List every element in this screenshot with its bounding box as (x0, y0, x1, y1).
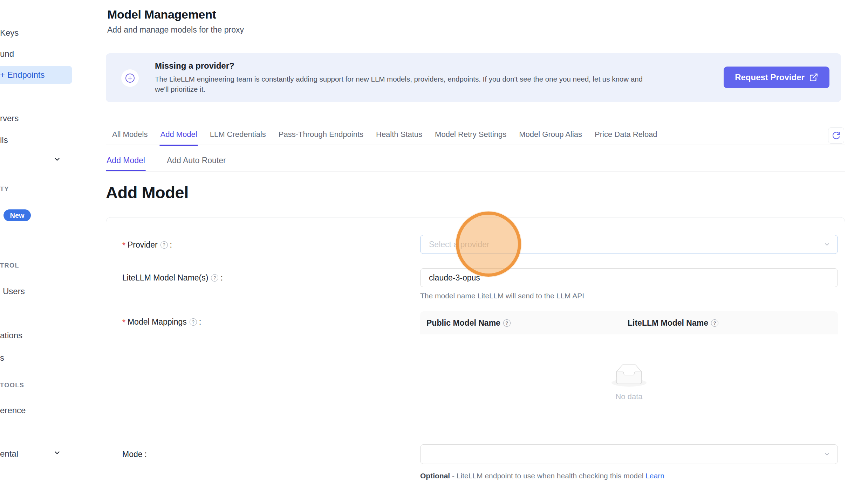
sidebar-item-endpoints-active[interactable]: + Endpoints (0, 66, 72, 84)
model-tabs: All Models Add Model LLM Credentials Pas… (106, 125, 845, 145)
chevron-down-icon[interactable] (53, 449, 61, 457)
tab-model-retry-settings[interactable]: Model Retry Settings (434, 124, 507, 145)
mappings-empty-state: No data (420, 334, 838, 431)
refresh-icon (832, 131, 840, 140)
help-icon[interactable]: ? (503, 319, 511, 327)
tab-pass-through-endpoints[interactable]: Pass-Through Endpoints (278, 124, 364, 145)
help-icon[interactable]: ? (190, 318, 197, 326)
sidebar-section-access-control: TROL (0, 262, 19, 269)
sidebar-section-observability: TY (0, 186, 9, 193)
page-subtitle: Add and manage models for the proxy (107, 25, 244, 35)
help-icon[interactable]: ? (711, 319, 718, 327)
mode-select[interactable] (420, 444, 838, 464)
subtab-add-auto-router[interactable]: Add Auto Router (166, 153, 227, 171)
no-data-text: No data (615, 392, 642, 401)
column-litellm-model-name-text: LiteLLM Model Name (628, 318, 708, 328)
banner-body-line1: The LiteLLM engineering team is constant… (155, 75, 643, 83)
add-model-heading: Add Model (106, 183, 189, 202)
external-link-icon (809, 73, 818, 82)
mode-label: Mode : (122, 444, 147, 464)
required-asterisk: * (122, 241, 125, 250)
tab-add-model[interactable]: Add Model (159, 124, 198, 145)
model-mappings-table: Public Model Name ? LiteLLM Model Name ? (420, 311, 838, 431)
new-badge: New (4, 209, 31, 221)
refresh-button[interactable] (828, 127, 844, 144)
mappings-table-header: Public Model Name ? LiteLLM Model Name ? (420, 311, 838, 334)
provider-select[interactable]: Select a provider (420, 235, 838, 254)
help-icon[interactable]: ? (160, 241, 168, 249)
litellm-name-value: claude-3-opus (421, 273, 480, 283)
provider-label: * Provider ? : (122, 236, 172, 254)
page: Keys und + Endpoints rvers ils TY New TR… (0, 0, 868, 485)
chevron-down-icon (823, 241, 831, 248)
mode-help: Optional - LiteLLM endpoint to use when … (420, 472, 664, 480)
colon: : (170, 240, 172, 250)
mode-help-text: - LiteLLM endpoint to use when health ch… (450, 472, 645, 480)
provider-placeholder: Select a provider (421, 240, 490, 249)
mode-label-text: Mode (122, 450, 143, 459)
provider-label-text: Provider (128, 240, 158, 250)
tab-all-models[interactable]: All Models (111, 124, 148, 145)
chevron-down-icon (823, 451, 831, 458)
help-icon[interactable]: ? (211, 274, 218, 282)
tab-llm-credentials[interactable]: LLM Credentials (209, 124, 267, 145)
sidebar-item-playground[interactable]: und (0, 49, 14, 59)
column-public-model-name-text: Public Model Name (426, 318, 500, 328)
subtab-add-model[interactable]: Add Model (106, 153, 146, 171)
litellm-name-label: LiteLLM Model Name(s) ? : (122, 269, 223, 287)
sidebar-item-teams[interactable]: s (0, 353, 4, 363)
column-litellm-model-name: LiteLLM Model Name ? (612, 318, 838, 328)
sidebar-item-endpoints-label: + Endpoints (0, 70, 45, 80)
model-mappings-label: * Model Mappings ? : (122, 312, 201, 332)
mode-help-optional: Optional (420, 472, 450, 480)
sidebar-item-servers[interactable]: rvers (0, 113, 19, 123)
empty-box-icon (611, 364, 647, 387)
colon: : (199, 317, 201, 327)
sidebar-item-inference[interactable]: erence (0, 406, 26, 415)
litellm-name-label-text: LiteLLM Model Name(s) (122, 273, 208, 283)
missing-provider-banner: Missing a provider? The LiteLLM engineer… (106, 53, 841, 102)
banner-title: Missing a provider? (155, 61, 234, 71)
required-asterisk: * (122, 318, 125, 327)
tab-price-data-reload[interactable]: Price Data Reload (594, 124, 658, 145)
add-model-subtabs: Add Model Add Auto Router (106, 153, 845, 172)
tab-model-group-alias[interactable]: Model Group Alias (518, 124, 583, 145)
litellm-name-input[interactable]: claude-3-opus (420, 268, 838, 287)
sidebar-item-organizations[interactable]: ations (0, 331, 22, 340)
plus-circle-icon (121, 69, 139, 87)
add-model-form-card: * Provider ? : Select a provider LiteLLM… (106, 217, 845, 485)
sidebar-item-experimental[interactable]: ental (0, 449, 18, 459)
model-mappings-label-text: Model Mappings (128, 317, 187, 327)
column-public-model-name: Public Model Name ? (420, 318, 612, 328)
banner-body-line2: we'll prioritize it. (155, 85, 205, 93)
sidebar-item-keys[interactable]: Keys (0, 28, 19, 38)
sidebar-item-users[interactable]: Users (3, 286, 25, 296)
request-provider-button[interactable]: Request Provider (724, 67, 829, 88)
sidebar-section-tools: TOOLS (0, 382, 24, 389)
sidebar-item-details[interactable]: ils (0, 135, 8, 145)
page-title: Model Management (107, 8, 216, 21)
colon: : (145, 450, 147, 459)
colon: : (220, 273, 223, 283)
sidebar: Keys und + Endpoints rvers ils TY New TR… (0, 0, 105, 485)
litellm-name-help: The model name LiteLLM will send to the … (420, 292, 584, 300)
chevron-down-icon[interactable] (53, 155, 61, 163)
tab-health-status[interactable]: Health Status (375, 124, 423, 145)
request-provider-label: Request Provider (735, 72, 805, 82)
learn-link[interactable]: Learn (645, 472, 664, 480)
